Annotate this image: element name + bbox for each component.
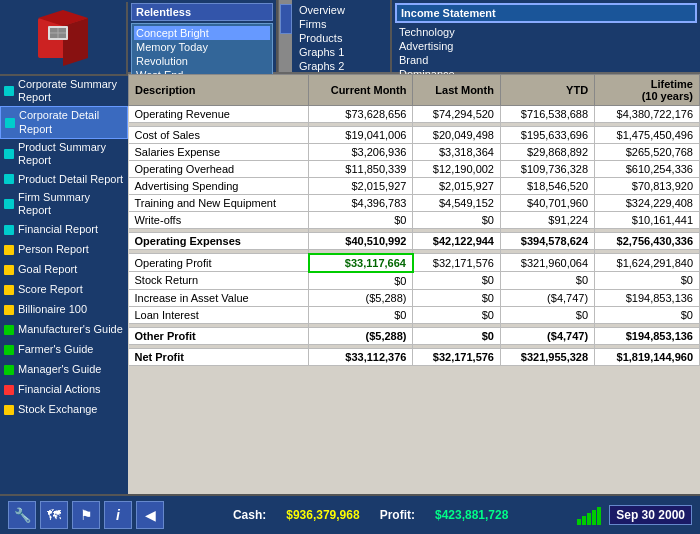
cash-label: Cash: bbox=[233, 508, 266, 522]
brand-item-revolution[interactable]: Revolution bbox=[134, 54, 270, 68]
sidebar-item-corporate-summary[interactable]: Corporate Summary Report bbox=[0, 76, 128, 106]
table-row: Other Profit($5,288)$0($4,747)$194,853,1… bbox=[129, 327, 700, 344]
brand-item-memory[interactable]: Memory Today bbox=[134, 40, 270, 54]
signal-bar-3 bbox=[587, 513, 591, 525]
nav-products[interactable]: Products bbox=[295, 31, 387, 45]
map-button[interactable]: 🗺 bbox=[40, 501, 68, 529]
dot-icon bbox=[4, 225, 14, 235]
sidebar: Corporate Summary Report Corporate Detai… bbox=[0, 0, 128, 494]
col-description: Description bbox=[129, 75, 309, 106]
table-row: Increase in Asset Value($5,288)$0($4,747… bbox=[129, 289, 700, 306]
sidebar-item-farmer[interactable]: Farmer's Guide bbox=[0, 340, 128, 360]
dot-icon bbox=[4, 305, 14, 315]
sidebar-item-financial-actions[interactable]: Financial Actions bbox=[0, 380, 128, 400]
nav-overview[interactable]: Overview bbox=[295, 3, 387, 17]
signal-bar-4 bbox=[592, 510, 596, 525]
content-area: Relentless Concept Bright Memory Today R… bbox=[128, 0, 700, 494]
dot-icon bbox=[4, 345, 14, 355]
nav-brand[interactable]: Brand bbox=[395, 53, 697, 67]
sidebar-item-goal[interactable]: Goal Report bbox=[0, 260, 128, 280]
dot-icon bbox=[4, 199, 14, 209]
nav-graphs1[interactable]: Graphs 1 bbox=[295, 45, 387, 59]
scrollbar-thumb[interactable] bbox=[280, 4, 292, 34]
report-table-container: Description Current Month Last Month YTD… bbox=[128, 74, 700, 494]
table-row: Salaries Expense$3,206,936$3,318,364$29,… bbox=[129, 144, 700, 161]
dot-icon bbox=[4, 365, 14, 375]
dot-icon bbox=[4, 385, 14, 395]
dot-icon bbox=[4, 174, 14, 184]
nav-advertising[interactable]: Advertising bbox=[395, 39, 697, 53]
signal-bars bbox=[577, 505, 601, 525]
profit-value: $423,881,728 bbox=[435, 508, 508, 522]
nav-technology[interactable]: Technology bbox=[395, 25, 697, 39]
overview-nav: Overview Firms Products Graphs 1 Graphs … bbox=[292, 0, 392, 72]
table-row: Stock Return$0$0$0$0 bbox=[129, 272, 700, 290]
svg-marker-2 bbox=[63, 18, 88, 66]
dot-icon bbox=[5, 118, 15, 128]
table-row: Write-offs$0$0$91,224$10,161,441 bbox=[129, 212, 700, 229]
sidebar-item-product-summary[interactable]: Product Summary Report bbox=[0, 139, 128, 169]
bottom-toolbar: 🔧 🗺 ⚑ i ◀ Cash: $936,379,968 Profit: $42… bbox=[0, 494, 700, 534]
dot-icon bbox=[4, 325, 14, 335]
nav-firms[interactable]: Firms bbox=[295, 17, 387, 31]
table-row: Advertising Spending$2,015,927$2,015,927… bbox=[129, 178, 700, 195]
sidebar-item-score[interactable]: Score Report bbox=[0, 280, 128, 300]
back-button[interactable]: ◀ bbox=[136, 501, 164, 529]
signal-bar-2 bbox=[582, 516, 586, 525]
income-header[interactable]: Income Statement bbox=[395, 3, 697, 23]
dot-icon bbox=[4, 86, 14, 96]
sidebar-item-financial[interactable]: Financial Report bbox=[0, 220, 128, 240]
brand-item-concept[interactable]: Concept Bright bbox=[134, 26, 270, 40]
dot-icon bbox=[4, 285, 14, 295]
app-logo bbox=[33, 8, 93, 68]
sidebar-item-corporate-detail[interactable]: Corporate Detail Report bbox=[0, 106, 128, 138]
col-last-month: Last Month bbox=[413, 75, 501, 106]
brand-nav: Relentless Concept Bright Memory Today R… bbox=[128, 0, 278, 72]
table-row: Operating Overhead$11,850,339$12,190,002… bbox=[129, 161, 700, 178]
toolbar-icons: 🔧 🗺 ⚑ i ◀ bbox=[8, 501, 164, 529]
dot-icon bbox=[4, 265, 14, 275]
cash-value: $936,379,968 bbox=[286, 508, 359, 522]
dot-icon bbox=[4, 405, 14, 415]
brand-header[interactable]: Relentless bbox=[131, 3, 273, 21]
date-display: Sep 30 2000 bbox=[609, 505, 692, 525]
signal-bar-1 bbox=[577, 519, 581, 525]
report-table: Description Current Month Last Month YTD… bbox=[128, 74, 700, 366]
brand-scrollbar[interactable] bbox=[278, 0, 292, 72]
nav-graphs2[interactable]: Graphs 2 bbox=[295, 59, 387, 73]
profit-label: Profit: bbox=[380, 508, 415, 522]
col-lifetime: Lifetime(10 years) bbox=[595, 75, 700, 106]
sidebar-item-stock-exchange[interactable]: Stock Exchange bbox=[0, 400, 128, 420]
info-button[interactable]: i bbox=[104, 501, 132, 529]
sidebar-item-person[interactable]: Person Report bbox=[0, 240, 128, 260]
col-ytd: YTD bbox=[500, 75, 594, 106]
sidebar-item-manufacturer[interactable]: Manufacturer's Guide bbox=[0, 320, 128, 340]
income-nav: Income Statement Technology Advertising … bbox=[392, 0, 700, 72]
table-row: Loan Interest$0$0$0$0 bbox=[129, 306, 700, 323]
signal-bar-5 bbox=[597, 507, 601, 525]
table-row: Cost of Sales$19,041,006$20,049,498$195,… bbox=[129, 127, 700, 144]
table-row: Operating Revenue$73,628,656$74,294,520$… bbox=[129, 106, 700, 123]
table-row: Training and New Equipment$4,396,783$4,5… bbox=[129, 195, 700, 212]
dot-icon bbox=[4, 149, 14, 159]
col-current-month: Current Month bbox=[309, 75, 413, 106]
wrench-button[interactable]: 🔧 bbox=[8, 501, 36, 529]
table-row: Operating Expenses$40,510,992$42,122,944… bbox=[129, 233, 700, 250]
sidebar-item-manager[interactable]: Manager's Guide bbox=[0, 360, 128, 380]
flag-button[interactable]: ⚑ bbox=[72, 501, 100, 529]
top-nav: Relentless Concept Bright Memory Today R… bbox=[128, 0, 700, 74]
sidebar-item-firm-summary[interactable]: Firm Summary Report bbox=[0, 189, 128, 219]
table-row: Net Profit$33,112,376$32,171,576$321,955… bbox=[129, 348, 700, 365]
status-bar: Cash: $936,379,968 Profit: $423,881,728 bbox=[164, 508, 577, 522]
table-row: Operating Profit$33,117,664$32,171,576$3… bbox=[129, 254, 700, 272]
dot-icon bbox=[4, 245, 14, 255]
sidebar-item-billionaire[interactable]: Billionaire 100 bbox=[0, 300, 128, 320]
sidebar-item-product-detail[interactable]: Product Detail Report bbox=[0, 169, 128, 189]
